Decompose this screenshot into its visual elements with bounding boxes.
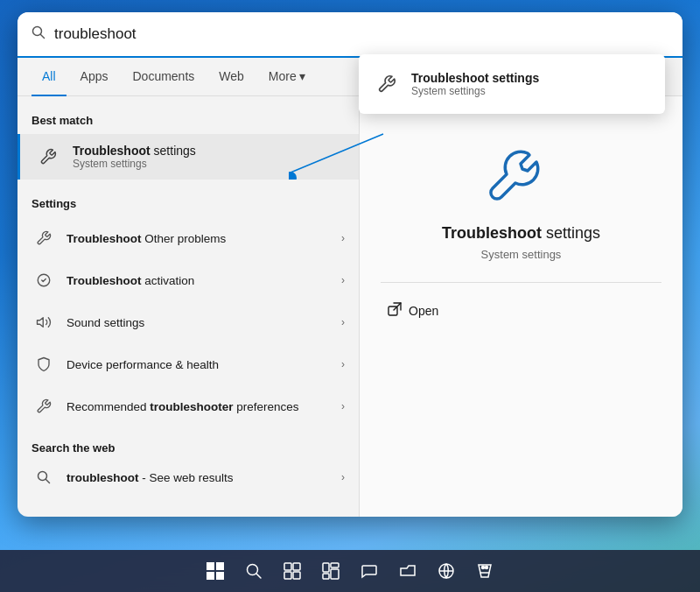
chevron-icon-3: › <box>341 316 345 328</box>
shield-icon <box>32 352 56 377</box>
web-chevron-icon: › <box>341 471 345 483</box>
svg-rect-9 <box>206 562 214 570</box>
search-bar: troubleshoot <box>18 12 682 58</box>
sound-icon <box>32 310 56 335</box>
autocomplete-icon <box>373 70 401 98</box>
open-label: Open <box>409 304 438 318</box>
settings-item-label-1: Troubleshoot Other problems <box>66 232 341 245</box>
tab-web[interactable]: Web <box>208 58 255 96</box>
svg-rect-16 <box>293 563 300 570</box>
svg-rect-15 <box>284 563 291 570</box>
chevron-icon-5: › <box>341 400 345 412</box>
taskbar-store-icon[interactable] <box>469 555 500 587</box>
chevron-icon-1: › <box>341 232 345 244</box>
taskbar <box>0 550 700 592</box>
svg-marker-3 <box>38 318 44 328</box>
settings-item-label-3: Sound settings <box>66 316 341 329</box>
wrench-icon-2 <box>32 394 56 419</box>
autocomplete-item[interactable]: Troubleshoot settings System settings <box>359 61 665 107</box>
right-panel-divider <box>381 282 662 283</box>
chevron-icon-2: › <box>341 274 345 286</box>
best-match-subtitle: System settings <box>73 158 196 170</box>
open-button[interactable]: Open <box>381 297 445 324</box>
settings-item-label-4: Device performance & health <box>66 358 341 371</box>
tab-all[interactable]: All <box>32 58 66 96</box>
right-panel-title: Troubleshoot settings <box>442 224 600 243</box>
best-match-label: Best match <box>18 110 359 134</box>
tab-documents[interactable]: Documents <box>122 58 205 96</box>
settings-item-sound[interactable]: Sound settings › <box>18 301 359 343</box>
best-match-title: Troubleshoot settings <box>73 144 196 158</box>
svg-rect-12 <box>216 572 224 580</box>
tab-apps[interactable]: Apps <box>70 58 119 96</box>
svg-rect-22 <box>323 574 329 579</box>
right-panel-subtitle: System settings <box>481 248 562 261</box>
web-search-icon <box>32 470 56 484</box>
right-panel-icon <box>482 131 561 210</box>
settings-item-other-problems[interactable]: Troubleshoot Other problems › <box>18 217 359 259</box>
tab-more[interactable]: More ▾ <box>258 58 316 96</box>
taskbar-taskview-icon[interactable] <box>276 555 308 587</box>
search-icon <box>32 25 46 43</box>
taskbar-windows-icon[interactable] <box>200 555 231 587</box>
settings-item-recommended[interactable]: Recommended troubleshooter preferences › <box>18 385 359 427</box>
left-panel: Best match Troubleshoot settings System … <box>18 96 359 517</box>
autocomplete-popup: Troubleshoot settings System settings <box>359 54 665 114</box>
wrench-icon-1 <box>32 226 56 250</box>
best-match-text: Troubleshoot settings System settings <box>73 144 196 170</box>
taskbar-browser-icon[interactable] <box>430 555 462 587</box>
web-search-query: troubleshoot - See web results <box>66 471 341 484</box>
svg-line-5 <box>46 480 50 483</box>
taskbar-widgets-icon[interactable] <box>315 555 346 587</box>
svg-line-14 <box>256 574 261 578</box>
svg-point-24 <box>482 567 485 569</box>
settings-item-label-2: Troubleshoot activation <box>66 274 341 287</box>
search-query-text[interactable]: troubleshoot <box>54 25 668 43</box>
autocomplete-subtitle: System settings <box>411 85 539 97</box>
svg-point-25 <box>486 567 488 569</box>
open-external-icon <box>388 302 402 319</box>
svg-rect-11 <box>206 572 214 580</box>
best-match-icon <box>34 143 62 171</box>
svg-rect-19 <box>323 563 329 572</box>
svg-rect-18 <box>293 572 300 579</box>
svg-rect-10 <box>216 562 224 570</box>
settings-section-label: Settings <box>18 194 359 217</box>
svg-rect-21 <box>331 569 339 579</box>
settings-item-device-health[interactable]: Device performance & health › <box>18 343 359 385</box>
best-match-item[interactable]: Troubleshoot settings System settings <box>18 134 359 180</box>
chevron-icon-4: › <box>341 358 345 370</box>
circle-check-icon <box>32 268 56 292</box>
content-area: Best match Troubleshoot settings System … <box>18 96 682 517</box>
svg-line-1 <box>41 35 45 39</box>
taskbar-chat-icon[interactable] <box>354 555 385 587</box>
web-search-item[interactable]: troubleshoot - See web results › <box>18 462 359 493</box>
taskbar-search-icon[interactable] <box>238 555 270 587</box>
settings-item-activation[interactable]: Troubleshoot activation › <box>18 259 359 301</box>
svg-rect-20 <box>331 563 339 567</box>
svg-rect-17 <box>284 572 291 579</box>
settings-item-label-5: Recommended troubleshooter preferences <box>66 400 341 413</box>
right-panel: Troubleshoot settings System settings Op… <box>359 96 682 517</box>
taskbar-explorer-icon[interactable] <box>392 555 424 587</box>
autocomplete-title: Troubleshoot settings <box>411 71 539 85</box>
autocomplete-text: Troubleshoot settings System settings <box>411 71 539 97</box>
web-search-label: Search the web <box>18 438 359 462</box>
